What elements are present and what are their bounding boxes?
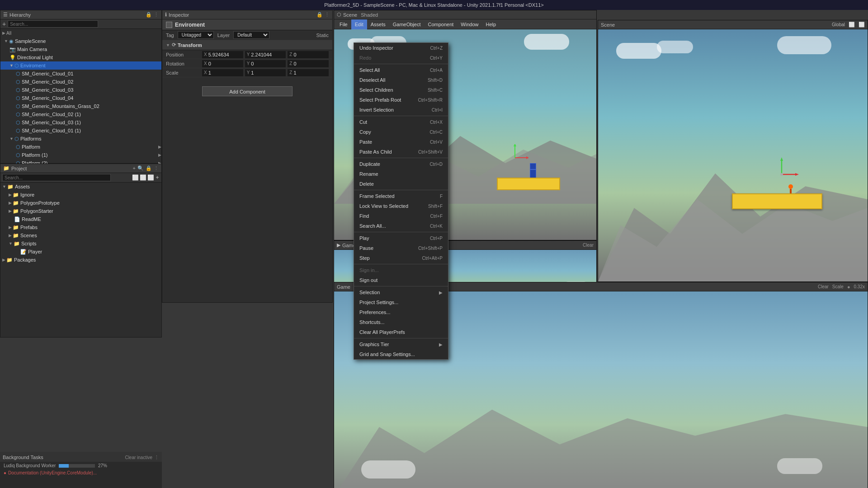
clear-playerprefs-label: Clear All PlayerPrefs bbox=[359, 329, 405, 335]
list-item[interactable]: ⬡ SM_Generic_Cloud_01 bbox=[0, 70, 161, 78]
list-item[interactable]: ⬡ SM_Generic_Cloud_03 (1) bbox=[0, 118, 161, 127]
hierarchy-add-icon[interactable]: + bbox=[2, 20, 6, 28]
menu-item-window[interactable]: Window bbox=[457, 19, 482, 29]
menu-invert-selection[interactable]: Invert Selection Ctrl+I bbox=[354, 105, 448, 115]
project-search-icon[interactable]: 🔍 bbox=[137, 165, 144, 171]
active-checkbox[interactable] bbox=[166, 22, 172, 28]
rotation-x-field[interactable]: X 0 bbox=[202, 60, 243, 67]
inspector-lock-icon[interactable]: 🔒 bbox=[316, 12, 323, 18]
list-item[interactable]: ▼ 📁 Scripts bbox=[0, 239, 161, 248]
menu-copy[interactable]: Copy Ctrl+C bbox=[354, 127, 448, 137]
project-tool-1[interactable]: ⬜ bbox=[132, 174, 139, 181]
menu-sign-out[interactable]: Sign out bbox=[354, 275, 448, 285]
position-y-field[interactable]: Y 2.241044 bbox=[245, 51, 286, 58]
tag-select[interactable]: Untagged bbox=[178, 31, 214, 39]
list-item[interactable]: ⬡ SM_Generic_Cloud_01 (1) bbox=[0, 127, 161, 135]
menu-duplicate[interactable]: Duplicate Ctrl+D bbox=[354, 159, 448, 169]
position-x-field[interactable]: X 5.924634 bbox=[202, 51, 243, 58]
hierarchy-search[interactable] bbox=[8, 20, 98, 28]
layer-select[interactable]: Default bbox=[233, 31, 269, 39]
add-component-button[interactable]: Add Component bbox=[202, 86, 292, 96]
project-tool-4[interactable]: ✦ bbox=[155, 174, 160, 181]
list-item[interactable]: 📄 ReadME bbox=[0, 215, 161, 223]
inspector-title: Inspector bbox=[169, 12, 189, 18]
menu-select-all[interactable]: Select All Ctrl+A bbox=[354, 65, 448, 75]
rotation-y-field[interactable]: Y 0 bbox=[245, 60, 286, 67]
menu-select-children[interactable]: Select Children Shift+C bbox=[354, 85, 448, 95]
list-item[interactable]: ▶ 📁 PolygonStarter bbox=[0, 207, 161, 215]
menu-pause[interactable]: Pause Ctrl+Shift+P bbox=[354, 243, 448, 253]
list-item[interactable]: 📝 Player bbox=[0, 248, 161, 256]
inspector-more-icon[interactable]: ⋮ bbox=[325, 12, 330, 18]
hierarchy-samplescene[interactable]: ▼ ◉ SampleScene bbox=[0, 37, 161, 45]
scale-z-field[interactable]: Z 1 bbox=[288, 69, 329, 76]
list-item[interactable]: ▶ 📁 PolygonPrototype bbox=[0, 199, 161, 207]
menu-select-prefab-root[interactable]: Select Prefab Root Ctrl+Shift+R bbox=[354, 95, 448, 105]
menu-item-edit[interactable]: Edit bbox=[351, 19, 367, 29]
list-item[interactable]: ⬡ SM_Generic_Cloud_03 bbox=[0, 86, 161, 94]
menu-delete[interactable]: Delete bbox=[354, 179, 448, 189]
bg-tasks-more-icon[interactable]: ⋮ bbox=[154, 455, 159, 460]
menu-step[interactable]: Step Ctrl+Alt+P bbox=[354, 253, 448, 263]
list-item[interactable]: ⬡ Platform (1) ▶ bbox=[0, 151, 161, 159]
list-item[interactable]: ⬡ SM_Generic_Cloud_02 (1) bbox=[0, 110, 161, 118]
menu-frame-selected[interactable]: Frame Selected F bbox=[354, 191, 448, 201]
menu-preferences[interactable]: Preferences... bbox=[354, 307, 448, 317]
menu-undo-inspector[interactable]: Undo Inspector Ctrl+Z bbox=[354, 43, 448, 53]
hierarchy-lock-icon[interactable]: 🔒 bbox=[146, 12, 152, 18]
transform-gizmo bbox=[501, 144, 528, 172]
menu-paste-as-child[interactable]: Paste As Child Ctrl+Shift+V bbox=[354, 147, 448, 157]
project-lock-icon[interactable]: 🔒 bbox=[146, 165, 152, 171]
menu-graphics-tier[interactable]: Graphics Tier ▶ bbox=[354, 339, 448, 349]
menu-search-all[interactable]: Search All... Ctrl+K bbox=[354, 221, 448, 231]
rotation-z-field[interactable]: Z 0 bbox=[288, 60, 329, 67]
project-tool-2[interactable]: ⬜ bbox=[140, 174, 146, 181]
project-tool-3[interactable]: ⬜ bbox=[147, 174, 154, 181]
list-item[interactable]: ⬡ SM_Generic_Cloud_04 bbox=[0, 94, 161, 102]
project-assets-root[interactable]: ▼ 📁 Assets bbox=[0, 183, 161, 191]
menu-clear-player-prefs[interactable]: Clear All PlayerPrefs bbox=[354, 327, 448, 337]
menu-lock-view[interactable]: Lock View to Selected Shift+F bbox=[354, 201, 448, 211]
menu-shortcuts[interactable]: Shortcuts... bbox=[354, 317, 448, 327]
scale-x-field[interactable]: X 1 bbox=[202, 69, 243, 76]
menu-selection[interactable]: Selection ▶ bbox=[354, 287, 448, 297]
project-packages-root[interactable]: ▶ 📁 Packages bbox=[0, 256, 161, 264]
hierarchy-enviroment[interactable]: ▼ ⬡ Enviroment bbox=[0, 61, 161, 70]
menu-item-assets[interactable]: Assets bbox=[367, 19, 389, 29]
project-more-icon[interactable]: ⋮ bbox=[154, 165, 159, 171]
rot-z-axis: Z bbox=[289, 61, 292, 66]
project-add-icon[interactable]: + bbox=[133, 165, 136, 171]
list-item[interactable]: ▶ 📁 Scenes bbox=[0, 231, 161, 239]
list-item[interactable]: ⬡ SM_Generic_Mountains_Grass_02 bbox=[0, 102, 161, 110]
menu-item-file[interactable]: File bbox=[336, 19, 351, 29]
list-item[interactable]: ▶ 📁 Prefabs bbox=[0, 223, 161, 231]
scene-toolbar-icon[interactable]: ⬜ bbox=[849, 22, 855, 28]
menu-item-gameobject[interactable]: GameObject bbox=[389, 19, 425, 29]
menu-project-settings[interactable]: Project Settings... bbox=[354, 297, 448, 307]
menu-play[interactable]: Play Ctrl+P bbox=[354, 233, 448, 243]
menu-paste[interactable]: Paste Ctrl+V bbox=[354, 137, 448, 147]
list-item[interactable]: ⬡ Platform ▶ bbox=[0, 143, 161, 151]
menu-deselect-all[interactable]: Deselect All Shift+D bbox=[354, 75, 448, 85]
clear-inactive-label[interactable]: Clear inactive bbox=[125, 455, 152, 460]
hierarchy-platforms[interactable]: ▼ ⬡ Platforms bbox=[0, 135, 161, 143]
menu-rename[interactable]: Rename bbox=[354, 169, 448, 179]
hierarchy-main-camera[interactable]: 📷 Main Camera bbox=[0, 45, 161, 53]
game-scale-icon[interactable]: ● bbox=[847, 284, 850, 290]
position-z-field[interactable]: Z 0 bbox=[288, 51, 329, 58]
list-item[interactable]: ⬡ SM_Generic_Cloud_02 bbox=[0, 78, 161, 86]
project-search-input[interactable] bbox=[2, 174, 111, 181]
hierarchy-all-label[interactable]: ▶ All bbox=[0, 29, 161, 37]
hierarchy-more-icon[interactable]: ⋮ bbox=[154, 12, 159, 18]
polygon-folder-icon: 📁 bbox=[13, 200, 19, 206]
list-item[interactable]: ▶ 📁 Ignore bbox=[0, 191, 161, 199]
hierarchy-directional-light[interactable]: 💡 Directional Light bbox=[0, 53, 161, 61]
game-clear-btn[interactable]: Clear bbox=[818, 284, 829, 289]
menu-cut[interactable]: Cut Ctrl+X bbox=[354, 117, 448, 127]
menu-item-help[interactable]: Help bbox=[482, 19, 500, 29]
menu-item-component[interactable]: Component bbox=[424, 19, 457, 29]
menu-find[interactable]: Find Ctrl+F bbox=[354, 211, 448, 221]
menu-grid-snap-settings[interactable]: Grid and Snap Settings... bbox=[354, 349, 448, 359]
scale-y-field[interactable]: Y 1 bbox=[245, 69, 286, 76]
scene-scale-icon[interactable]: ⬜ bbox=[859, 22, 865, 28]
